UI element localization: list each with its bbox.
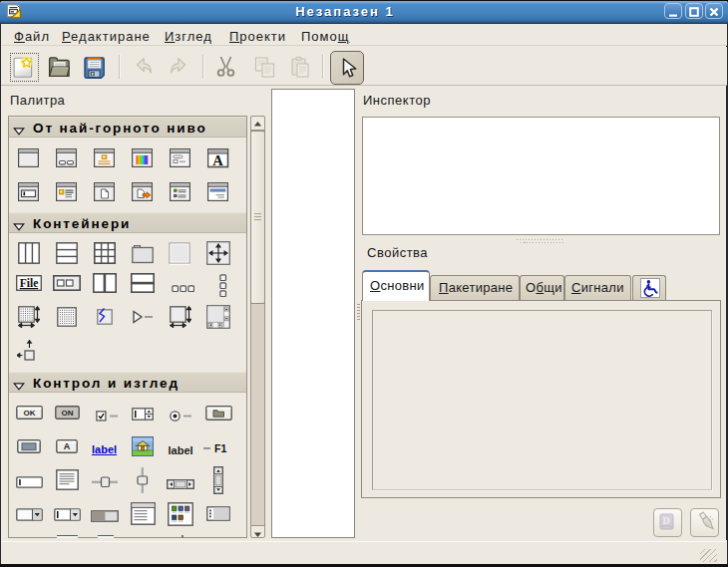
svg-text:D: D <box>662 515 669 526</box>
svg-text:File: File <box>20 277 39 289</box>
svg-text:ON: ON <box>61 409 73 418</box>
svg-text:OK: OK <box>23 409 35 418</box>
svg-text:A: A <box>212 151 223 167</box>
svg-text:A: A <box>64 441 71 451</box>
svg-text:F1: F1 <box>214 442 226 454</box>
